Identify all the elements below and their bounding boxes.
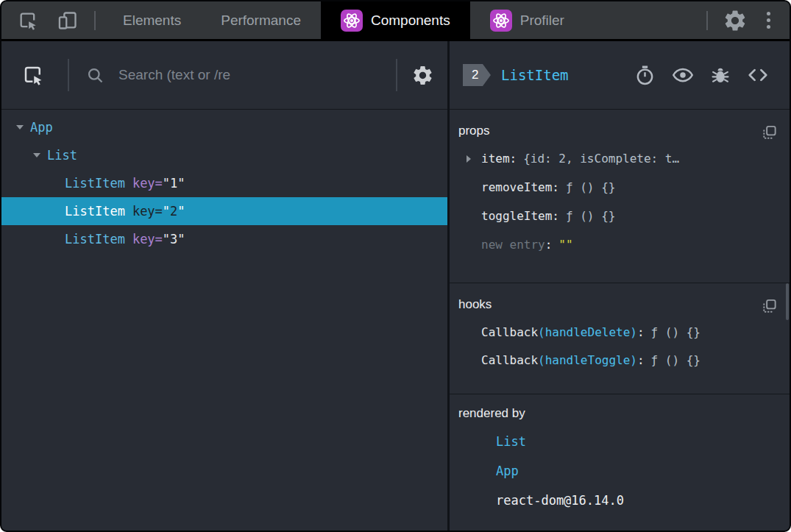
rendered-by-title: rendered by xyxy=(457,394,779,427)
owner-index-badge: 2 xyxy=(463,64,491,86)
more-options-icon[interactable] xyxy=(762,10,775,30)
tab-components[interactable]: Components xyxy=(321,1,470,39)
prop-name: item xyxy=(481,152,510,166)
key-attribute: key="3" xyxy=(132,232,185,247)
rendered-by-section: rendered by List App react-dom@16.14.0 xyxy=(450,394,790,531)
hook-type: Callback xyxy=(481,353,538,367)
new-entry-row[interactable]: new entry: "" xyxy=(457,230,779,259)
scrollbar-thumb[interactable] xyxy=(786,283,789,320)
prop-value: ƒ () {} xyxy=(566,180,615,194)
owner-link-list[interactable]: List xyxy=(457,427,779,456)
device-toolbar-icon[interactable] xyxy=(57,10,78,31)
inspect-element-icon[interactable] xyxy=(18,10,38,31)
new-entry-value[interactable]: "" xyxy=(558,238,572,252)
react-logo-icon xyxy=(490,10,512,32)
settings-gear-icon[interactable] xyxy=(723,8,748,33)
selected-component-title: ListItem xyxy=(501,67,569,83)
expand-arrow-icon[interactable] xyxy=(33,153,40,157)
copy-icon[interactable] xyxy=(761,124,778,141)
props-section-title: props xyxy=(457,110,779,144)
copy-icon[interactable] xyxy=(761,298,778,315)
hooks-section-title: hooks xyxy=(457,283,779,318)
expand-arrow-icon[interactable] xyxy=(16,125,24,130)
component-name: ListItem xyxy=(65,204,125,219)
prop-name: removeItem xyxy=(481,180,552,194)
colon: : xyxy=(510,152,517,166)
tree-item-listitem-2-selected[interactable]: ListItem key="2" xyxy=(1,197,447,225)
search-input[interactable] xyxy=(117,66,396,84)
component-name: App xyxy=(30,120,53,135)
tree-pane: App List ListItem key="1" ListItem key="… xyxy=(1,41,450,531)
react-logo-icon xyxy=(341,10,363,32)
toolbar-divider xyxy=(396,59,397,91)
hook-value: ƒ () {} xyxy=(651,353,700,367)
toolbar-divider xyxy=(94,11,96,30)
tree-item-app[interactable]: App xyxy=(1,113,447,141)
colon: : xyxy=(637,325,645,339)
prop-value: ƒ () {} xyxy=(566,209,615,223)
prop-row-removeitem[interactable]: removeItem: ƒ () {} xyxy=(457,173,779,202)
renderer-version: react-dom@16.14.0 xyxy=(457,486,779,515)
component-tree: App List ListItem key="1" ListItem key="… xyxy=(1,110,447,253)
tab-profiler[interactable]: Profiler xyxy=(470,1,584,39)
component-name: ListItem xyxy=(65,176,125,191)
toolbar-divider xyxy=(706,11,708,30)
props-section: props item: {id: 2, isComplete: t… remov… xyxy=(450,110,790,283)
key-attribute: key="1" xyxy=(132,176,185,191)
hook-row-handledelete[interactable]: Callback(handleDelete): ƒ () {} xyxy=(457,318,779,346)
details-header: 2 ListItem xyxy=(450,41,790,110)
details-pane: 2 ListItem xyxy=(450,41,790,531)
component-name: ListItem xyxy=(65,232,125,247)
devtools-window: Elements Performance Components xyxy=(0,0,791,532)
hook-name: (handleToggle) xyxy=(538,353,637,367)
devtools-tab-bar: Elements Performance Components xyxy=(1,1,790,41)
prop-value: {id: 2, isComplete: t… xyxy=(523,152,679,166)
new-entry-name[interactable]: new entry xyxy=(481,238,545,252)
key-attribute: key="2" xyxy=(132,204,185,219)
tree-item-listitem-1[interactable]: ListItem key="1" xyxy=(1,169,447,197)
toolbar-divider xyxy=(68,59,69,91)
inspect-component-icon[interactable] xyxy=(22,64,44,86)
colon: : xyxy=(552,180,559,194)
tree-item-listitem-3[interactable]: ListItem key="3" xyxy=(1,225,447,253)
tab-label: Performance xyxy=(221,13,301,29)
tree-toolbar xyxy=(1,41,447,110)
hook-value: ƒ () {} xyxy=(651,325,700,339)
stopwatch-icon[interactable] xyxy=(634,65,656,86)
component-name: List xyxy=(47,148,77,163)
hook-name: (handleDelete) xyxy=(538,325,637,339)
colon: : xyxy=(552,209,559,223)
hooks-section: hooks Callback(handleDelete): ƒ () {} Ca… xyxy=(450,283,790,394)
colon: : xyxy=(545,238,553,252)
hook-row-handletoggle[interactable]: Callback(handleToggle): ƒ () {} xyxy=(457,346,779,374)
tab-elements[interactable]: Elements xyxy=(103,1,201,39)
settings-gear-icon[interactable] xyxy=(411,64,434,87)
search-icon xyxy=(85,65,105,85)
tab-label: Components xyxy=(371,13,450,29)
tree-item-list[interactable]: List xyxy=(1,141,447,169)
owner-link-app[interactable]: App xyxy=(457,456,779,486)
components-panel: App List ListItem key="1" ListItem key="… xyxy=(1,41,790,531)
prop-row-toggleitem[interactable]: toggleItem: ƒ () {} xyxy=(457,202,779,230)
tab-performance[interactable]: Performance xyxy=(201,1,321,39)
tab-label: Profiler xyxy=(520,13,564,29)
expand-arrow-icon[interactable] xyxy=(467,155,475,163)
hook-type: Callback xyxy=(481,325,538,339)
bug-icon[interactable] xyxy=(710,65,731,85)
view-source-icon[interactable] xyxy=(747,64,769,86)
prop-row-item[interactable]: item: {id: 2, isComplete: t… xyxy=(457,144,779,173)
eye-icon[interactable] xyxy=(672,64,694,86)
colon: : xyxy=(637,353,645,367)
tab-label: Elements xyxy=(123,13,181,29)
prop-name: toggleItem xyxy=(481,209,552,223)
